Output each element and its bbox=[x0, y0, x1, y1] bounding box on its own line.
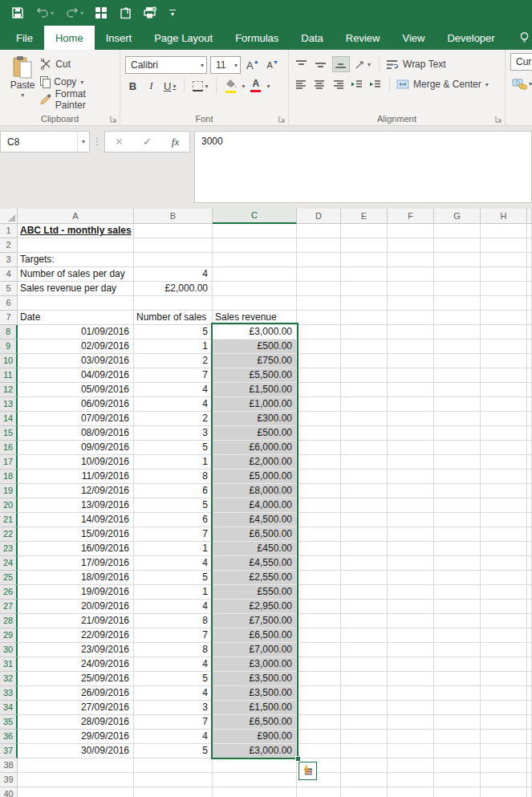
cell-E5[interactable] bbox=[341, 282, 388, 296]
cell-B20[interactable]: 5 bbox=[134, 498, 213, 513]
cell-G33[interactable] bbox=[434, 686, 481, 701]
cell-C40[interactable] bbox=[213, 787, 297, 797]
cell-H16[interactable] bbox=[481, 441, 527, 455]
row-header-3[interactable]: 3 bbox=[0, 253, 18, 267]
row-header-38[interactable]: 38 bbox=[0, 758, 18, 773]
row-header-36[interactable]: 36 bbox=[0, 730, 18, 744]
cell-D1[interactable] bbox=[297, 224, 341, 238]
cell-G36[interactable] bbox=[434, 730, 481, 744]
row-header-9[interactable]: 9 bbox=[0, 340, 18, 354]
cell-G4[interactable] bbox=[434, 267, 481, 282]
cell-E35[interactable] bbox=[341, 715, 388, 730]
cell-F15[interactable] bbox=[388, 426, 434, 441]
cell-A18[interactable]: 11/09/2016 bbox=[18, 470, 134, 484]
cell-G31[interactable] bbox=[434, 657, 481, 672]
cell-D12[interactable] bbox=[297, 383, 341, 397]
cell-D2[interactable] bbox=[297, 238, 341, 253]
cell-C19[interactable]: £8,000.00 bbox=[213, 484, 297, 498]
insert-function-button[interactable]: fx bbox=[161, 136, 189, 148]
cell-G9[interactable] bbox=[434, 340, 481, 354]
cell-H37[interactable] bbox=[481, 744, 527, 758]
orientation-button[interactable]: ▾ bbox=[353, 56, 372, 72]
cell-D25[interactable] bbox=[297, 571, 341, 585]
cell-C4[interactable] bbox=[213, 267, 297, 282]
cell-H34[interactable] bbox=[481, 701, 527, 715]
cell-G20[interactable] bbox=[434, 498, 481, 513]
tab-page-layout[interactable]: Page Layout bbox=[143, 26, 224, 50]
tab-home[interactable]: Home bbox=[44, 26, 95, 50]
cell-E19[interactable] bbox=[341, 484, 388, 498]
cell-G37[interactable] bbox=[434, 744, 481, 758]
row-header-32[interactable]: 32 bbox=[0, 672, 18, 686]
row-header-6[interactable]: 6 bbox=[0, 296, 18, 311]
cell-H8[interactable] bbox=[481, 325, 527, 340]
cell-C12[interactable]: £1,500.00 bbox=[213, 383, 297, 397]
cell-F16[interactable] bbox=[388, 441, 434, 455]
cell-C25[interactable]: £2,550.00 bbox=[213, 571, 297, 585]
cell-A25[interactable]: 18/09/2016 bbox=[18, 571, 134, 585]
cell-E21[interactable] bbox=[341, 513, 388, 527]
cell-G26[interactable] bbox=[434, 585, 481, 600]
cell-F22[interactable] bbox=[388, 527, 434, 542]
cell-B37[interactable]: 5 bbox=[134, 744, 213, 758]
font-dialog-launcher[interactable] bbox=[278, 116, 286, 123]
row-header-27[interactable]: 27 bbox=[0, 600, 18, 614]
column-header-H[interactable]: H bbox=[481, 209, 527, 224]
cell-E37[interactable] bbox=[341, 744, 388, 758]
wrap-text-button[interactable]: Wrap Text bbox=[386, 59, 446, 70]
cell-B35[interactable]: 7 bbox=[134, 715, 213, 730]
cell-E23[interactable] bbox=[341, 542, 388, 556]
row-header-8[interactable]: 8 bbox=[0, 325, 18, 340]
cell-E33[interactable] bbox=[341, 686, 388, 701]
cell-H1[interactable] bbox=[481, 224, 527, 238]
cell-E20[interactable] bbox=[341, 498, 388, 513]
cell-A2[interactable] bbox=[18, 238, 134, 253]
cell-C11[interactable]: £5,500.00 bbox=[213, 368, 297, 383]
cell-D24[interactable] bbox=[297, 556, 341, 571]
row-header-26[interactable]: 26 bbox=[0, 585, 18, 600]
cell-G19[interactable] bbox=[434, 484, 481, 498]
cell-E18[interactable] bbox=[341, 470, 388, 484]
cell-B12[interactable]: 4 bbox=[134, 383, 213, 397]
cell-H25[interactable] bbox=[481, 571, 527, 585]
align-center-button[interactable] bbox=[312, 76, 327, 92]
cell-B7[interactable]: Number of sales bbox=[134, 311, 213, 325]
cell-G34[interactable] bbox=[434, 701, 481, 715]
cell-F21[interactable] bbox=[388, 513, 434, 527]
cell-C10[interactable]: £750.00 bbox=[213, 354, 297, 368]
cell-F6[interactable] bbox=[388, 296, 434, 311]
cell-G5[interactable] bbox=[434, 282, 481, 296]
cell-F8[interactable] bbox=[388, 325, 434, 340]
cell-G25[interactable] bbox=[434, 571, 481, 585]
switch-windows-button[interactable] bbox=[95, 7, 108, 19]
cell-F3[interactable] bbox=[388, 253, 434, 267]
cell-G32[interactable] bbox=[434, 672, 481, 686]
cell-F11[interactable] bbox=[388, 368, 434, 383]
cell-B23[interactable]: 1 bbox=[134, 542, 213, 556]
cell-E31[interactable] bbox=[341, 657, 388, 672]
clipboard-dialog-launcher[interactable] bbox=[110, 116, 117, 123]
cell-D13[interactable] bbox=[297, 397, 341, 412]
cell-H18[interactable] bbox=[481, 470, 527, 484]
cell-H20[interactable] bbox=[481, 498, 527, 513]
cell-F39[interactable] bbox=[388, 773, 434, 787]
cell-H22[interactable] bbox=[481, 527, 527, 542]
cell-B32[interactable]: 5 bbox=[134, 672, 213, 686]
cell-H3[interactable] bbox=[481, 253, 527, 267]
cell-E10[interactable] bbox=[341, 354, 388, 368]
column-header-G[interactable]: G bbox=[434, 209, 481, 224]
cell-E26[interactable] bbox=[341, 585, 388, 600]
row-header-29[interactable]: 29 bbox=[0, 628, 18, 643]
cell-A23[interactable]: 16/09/2016 bbox=[18, 542, 134, 556]
cell-C6[interactable] bbox=[213, 296, 297, 311]
top-align-button[interactable] bbox=[294, 56, 310, 72]
cell-D36[interactable] bbox=[297, 730, 341, 744]
cell-D11[interactable] bbox=[297, 368, 341, 383]
quick-analysis-button[interactable] bbox=[298, 762, 317, 780]
row-header-14[interactable]: 14 bbox=[0, 412, 18, 426]
cell-C5[interactable] bbox=[213, 282, 297, 296]
column-header-F[interactable]: F bbox=[388, 209, 434, 224]
cell-B16[interactable]: 5 bbox=[134, 441, 213, 455]
cell-G29[interactable] bbox=[434, 628, 481, 643]
cell-D16[interactable] bbox=[297, 441, 341, 455]
